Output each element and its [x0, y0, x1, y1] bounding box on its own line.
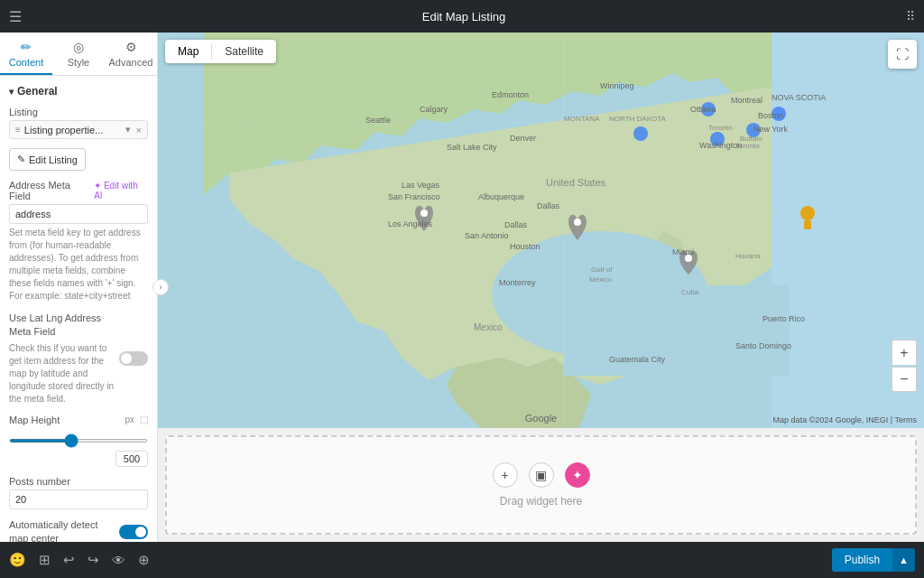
listing-value-display: ≡ Listing propertie... ▾ × [9, 120, 148, 139]
search-tool[interactable]: ⊕ [138, 552, 150, 568]
fullscreen-button[interactable]: ⛶ [888, 40, 917, 69]
address-description: Set meta field key to get address from (… [9, 227, 148, 303]
svg-text:Calgary: Calgary [420, 105, 448, 114]
svg-text:Winnipeg: Winnipeg [600, 81, 634, 90]
edit-listing-row: ✎ Edit Listing [9, 148, 148, 171]
svg-text:United States: United States [546, 177, 606, 188]
posts-number-input[interactable]: 20 [9, 489, 148, 509]
topbar-menu-icon[interactable]: ☰ [9, 8, 22, 25]
edit-listing-button[interactable]: ✎ Edit Listing [9, 148, 86, 171]
height-unit-icon: ⬚ [140, 415, 148, 424]
auto-detect-row: Automatically detect map center [9, 518, 148, 542]
svg-text:Ottawa: Ottawa [690, 105, 716, 114]
widget-dropzone[interactable]: + ▣ ✦ Drag widget here [165, 435, 917, 535]
back-tool[interactable]: ↩ [63, 552, 75, 568]
general-section-header: ▾ General [9, 85, 148, 98]
address-meta-label: Address Meta Field ✦ Edit with AI [9, 180, 148, 201]
arrow-up-icon: ▲ [899, 555, 909, 565]
forward-tool[interactable]: ↪ [88, 552, 99, 568]
bottom-toolbar: 🙂 ⊞ ↩ ↪ 👁 ⊕ Publish ▲ [0, 542, 924, 578]
grid-tool[interactable]: ⊞ [39, 552, 51, 568]
map-attribution: Map data ©2024 Google, INEGI | Terms [773, 415, 917, 424]
tab-content[interactable]: ✏ Content [0, 33, 52, 75]
svg-text:Los Angeles: Los Angeles [388, 219, 433, 228]
pencil-icon: ✎ [17, 154, 25, 165]
map-tab-map[interactable]: Map [165, 40, 211, 63]
map-height-slider-container [9, 433, 148, 445]
svg-text:Cuba: Cuba [681, 288, 699, 296]
svg-text:Albuquerque: Albuquerque [478, 192, 524, 201]
zoom-in-button[interactable]: + [892, 340, 917, 365]
svg-text:Dallas: Dallas [504, 220, 528, 229]
lat-lng-row: Use Lat Lng Address Meta Field Check thi… [9, 312, 148, 406]
map-footer: Google [525, 412, 557, 424]
map-zoom-controls: + − [892, 340, 917, 392]
auto-detect-toggle[interactable] [119, 525, 148, 539]
svg-rect-25 [804, 220, 811, 229]
map-tab-satellite[interactable]: Satellite [212, 40, 276, 63]
main-area: United States Mexico Gulf of Mexico Cuba… [158, 33, 924, 542]
svg-text:Mexico: Mexico [474, 322, 503, 332]
tab-style[interactable]: ◎ Style [52, 33, 105, 75]
sidebar: ✏ Content ◎ Style ⚙ Advanced ▾ General [0, 33, 158, 542]
advanced-icon: ⚙ [125, 40, 137, 54]
listing-close-icon[interactable]: × [136, 125, 142, 135]
lat-lng-toggle[interactable] [119, 351, 148, 366]
google-logo: Google [525, 413, 557, 424]
tab-advanced[interactable]: ⚙ Advanced [105, 33, 157, 75]
svg-text:Salt Lake City: Salt Lake City [447, 143, 497, 152]
sidebar-wrapper: ✏ Content ◎ Style ⚙ Advanced ▾ General [0, 33, 158, 542]
sidebar-content: ▾ General Listing ≡ Listing propertie...… [0, 76, 157, 542]
svg-text:Houston: Houston [510, 242, 541, 251]
map-height-slider[interactable] [9, 439, 148, 443]
sparkle-widget-button[interactable]: ✦ [565, 462, 590, 488]
map-svg: United States Mexico Gulf of Mexico Cuba… [158, 33, 924, 428]
publish-group: Publish ▲ [832, 548, 915, 572]
svg-text:Havana: Havana [735, 252, 761, 260]
svg-text:Denver: Denver [510, 134, 536, 143]
fullscreen-icon: ⛶ [896, 47, 909, 61]
svg-text:Miami: Miami [672, 247, 694, 256]
svg-text:Toronto: Toronto [735, 142, 760, 150]
listing-dropdown-icon[interactable]: ▾ [125, 124, 131, 135]
address-meta-input[interactable] [9, 204, 148, 224]
listing-label: Listing [9, 107, 148, 117]
sidebar-collapse-button[interactable]: › [152, 279, 169, 295]
add-icon: + [501, 468, 508, 482]
topbar-grid-icon[interactable]: ⠿ [906, 9, 915, 23]
svg-text:Santo Domingo: Santo Domingo [735, 341, 791, 350]
section-arrow: ▾ [9, 87, 14, 97]
svg-point-21 [574, 219, 581, 226]
map-tabs: Map Satellite [165, 40, 276, 63]
eye-tool[interactable]: 👁 [112, 553, 125, 568]
zoom-out-button[interactable]: − [892, 367, 917, 392]
widget-icons: + ▣ ✦ [493, 462, 590, 488]
listing-field-row: Listing ≡ Listing propertie... ▾ × [9, 107, 148, 139]
posts-number-label: Posts number [9, 476, 148, 487]
smiley-tool[interactable]: 🙂 [9, 552, 26, 568]
publish-arrow-button[interactable]: ▲ [892, 548, 915, 572]
edit-with-ai-link[interactable]: ✦ Edit with AI [94, 181, 148, 200]
svg-text:MONTANA: MONTANA [564, 115, 600, 123]
svg-text:Montreal: Montreal [731, 96, 762, 105]
svg-text:San Francisco: San Francisco [388, 192, 440, 201]
add-widget-button[interactable]: + [493, 462, 518, 488]
posts-number-row: Posts number 20 [9, 476, 148, 509]
svg-rect-3 [564, 285, 790, 376]
svg-text:Edmonton: Edmonton [492, 90, 529, 99]
svg-text:Boston: Boston [758, 111, 783, 120]
svg-text:Mexico: Mexico [589, 275, 613, 284]
folder-icon: ▣ [535, 468, 547, 482]
drag-text: Drag widget here [500, 495, 582, 508]
svg-text:NOVA SCOTIA: NOVA SCOTIA [772, 93, 826, 102]
lat-lng-label: Use Lat Lng Address Meta Field Check thi… [9, 312, 119, 406]
topbar-title: Edit Map Listing [422, 10, 506, 23]
svg-text:Monterrey: Monterrey [499, 278, 536, 287]
svg-text:San Antonio: San Antonio [465, 231, 509, 240]
map-container[interactable]: United States Mexico Gulf of Mexico Cuba… [158, 33, 924, 428]
publish-button[interactable]: Publish [832, 548, 892, 572]
svg-text:Puerto Rico: Puerto Rico [762, 314, 805, 323]
folder-widget-button[interactable]: ▣ [529, 462, 554, 488]
map-height-input[interactable]: 500 [116, 451, 148, 467]
content-area: ✏ Content ◎ Style ⚙ Advanced ▾ General [0, 33, 924, 542]
